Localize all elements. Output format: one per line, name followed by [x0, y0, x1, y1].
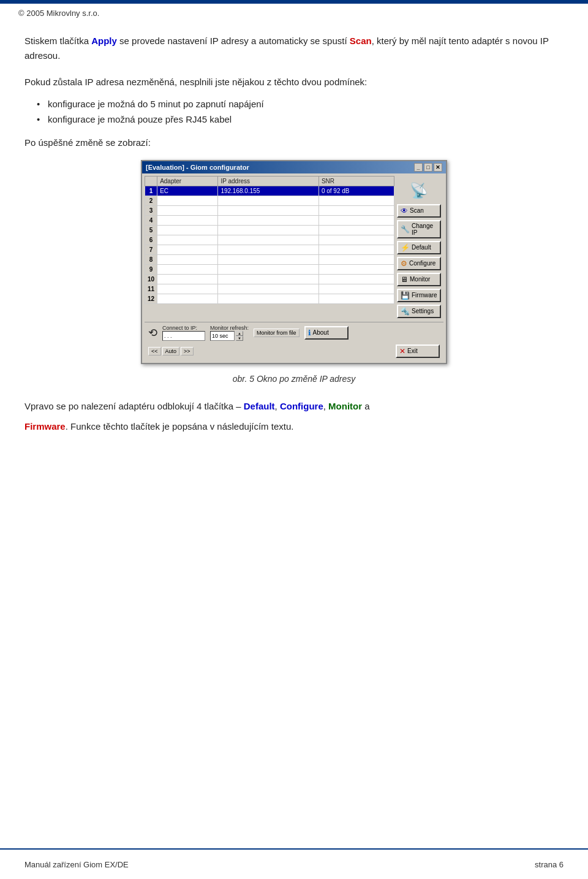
row-ip [218, 235, 318, 245]
para-below-2-suffix: . Funkce těchto tlačítek je popsána v ná… [66, 421, 294, 432]
table-row[interactable]: 3 [145, 205, 394, 215]
paragraph-below-2: Firmware. Funkce těchto tlačítek je pops… [24, 419, 564, 435]
row-ip [218, 205, 318, 215]
row-adapter [157, 235, 218, 245]
change-ip-label: Change IP [412, 223, 437, 236]
row-num: 3 [145, 205, 157, 215]
row-adapter [157, 284, 218, 294]
row-num: 11 [145, 284, 157, 294]
about-button[interactable]: ℹ About [304, 326, 349, 340]
row-ip [218, 196, 318, 205]
row-num: 9 [145, 264, 157, 274]
nav-forward-button[interactable]: >> [181, 347, 194, 356]
row-num: 1 [145, 186, 157, 196]
row-snr [318, 215, 394, 225]
row-snr [318, 274, 394, 284]
table-row[interactable]: 9 [145, 264, 394, 274]
row-ip [218, 225, 318, 235]
dialog-left: Adapter IP address SNR 1 EC 192.168.0.15… [145, 176, 394, 322]
row-ip [218, 254, 318, 264]
row-ip: 192.168.0.155 [218, 186, 318, 196]
nav-forward-label: >> [184, 348, 190, 354]
para-below-suffix: a [362, 401, 370, 411]
settings-button[interactable]: 🔩 Settings [397, 305, 441, 318]
nav-back-button[interactable]: << [148, 347, 161, 356]
footer: Manuál zařízení Giom EX/DE strana 6 [0, 848, 588, 879]
row-ip [218, 245, 318, 254]
configure-icon: ⚙ [401, 259, 407, 268]
table-row[interactable]: 12 [145, 294, 394, 303]
dialog-titlebar-buttons: _ □ ✕ [414, 163, 442, 172]
scan-button[interactable]: 👁 Scan [397, 204, 441, 218]
success-text: Po úspěšné změně se zobrazí: [24, 137, 564, 148]
row-adapter [157, 245, 218, 254]
row-snr [318, 205, 394, 215]
table-row[interactable]: 7 [145, 245, 394, 254]
row-snr [318, 294, 394, 303]
about-icon: ℹ [308, 329, 311, 337]
row-adapter [157, 294, 218, 303]
table-row[interactable]: 2 [145, 196, 394, 205]
nav-auto-button[interactable]: Auto [162, 347, 180, 356]
scan-link: Scan [350, 36, 372, 46]
row-adapter [157, 274, 218, 284]
nav-row: << Auto >> ✕ Exit [145, 343, 443, 360]
firmware-button[interactable]: 💾 Firmware [397, 289, 441, 302]
spinner-up[interactable]: ▲ [236, 331, 243, 336]
nav-auto-label: Auto [165, 348, 177, 354]
maximize-button[interactable]: □ [424, 163, 432, 172]
table-row[interactable]: 4 [145, 215, 394, 225]
monitor-from-file-button[interactable]: Monitor from file [254, 329, 300, 337]
col-ip: IP address [218, 176, 318, 186]
dialog-body: Adapter IP address SNR 1 EC 192.168.0.15… [142, 173, 446, 363]
row-snr [318, 254, 394, 264]
monitor-button[interactable]: 🖥 Monitor [397, 273, 441, 286]
monitor-refresh-input[interactable] [210, 331, 235, 341]
close-button[interactable]: ✕ [434, 163, 442, 172]
sep2: , [323, 401, 328, 411]
spinner-down[interactable]: ▼ [236, 336, 243, 341]
default-label: Default [412, 244, 431, 251]
table-row[interactable]: 6 [145, 235, 394, 245]
nav-back-label: << [151, 348, 158, 354]
row-snr [318, 264, 394, 274]
connect-icon: ⟲ [148, 326, 157, 340]
paragraph-below-1: Vpravo se po nalezení adaptéru odblokují… [24, 398, 564, 414]
table-row[interactable]: 5 [145, 225, 394, 235]
row-adapter [157, 215, 218, 225]
table-row[interactable]: 10 [145, 274, 394, 284]
monitor-label: Monitor [410, 276, 430, 283]
row-snr [318, 196, 394, 205]
configure-label: Configure [409, 260, 435, 267]
row-num: 8 [145, 254, 157, 264]
firmware-icon: 💾 [401, 291, 410, 300]
connect-label: Connect to IP: [162, 325, 205, 331]
row-num: 2 [145, 196, 157, 205]
row-num: 7 [145, 245, 157, 254]
adapter-table: Adapter IP address SNR 1 EC 192.168.0.15… [145, 176, 394, 304]
row-snr [318, 284, 394, 294]
table-row[interactable]: 11 [145, 284, 394, 294]
monitor-highlight: Monitor [328, 401, 362, 411]
para1-middle: se provede nastavení IP adresy a automat… [117, 36, 350, 46]
change-ip-button[interactable]: 🔧 Change IP [397, 220, 441, 238]
monitor-refresh-label: Monitor refresh: [210, 325, 249, 331]
row-adapter [157, 225, 218, 235]
exit-button[interactable]: ✕ Exit [396, 344, 440, 358]
monitor-icon: 🖥 [401, 275, 408, 284]
row-ip [218, 264, 318, 274]
nav-group: << Auto >> [148, 347, 194, 356]
minimize-button[interactable]: _ [414, 163, 423, 172]
table-row[interactable]: 1 EC 192.168.0.155 0 of 92 dB [145, 186, 394, 196]
default-button[interactable]: ⚡ Default [397, 241, 441, 254]
table-row[interactable]: 8 [145, 254, 394, 264]
scan-icon: 👁 [401, 207, 408, 215]
row-ip [218, 274, 318, 284]
configure-button[interactable]: ⚙ Configure [397, 257, 441, 270]
row-snr: 0 of 92 dB [318, 186, 394, 196]
row-num: 4 [145, 215, 157, 225]
row-num: 10 [145, 274, 157, 284]
row-ip [218, 215, 318, 225]
connect-ip-input[interactable] [162, 331, 205, 341]
dialog-titlebar: [Evaluation] - Giom configurator _ □ ✕ [142, 161, 446, 173]
